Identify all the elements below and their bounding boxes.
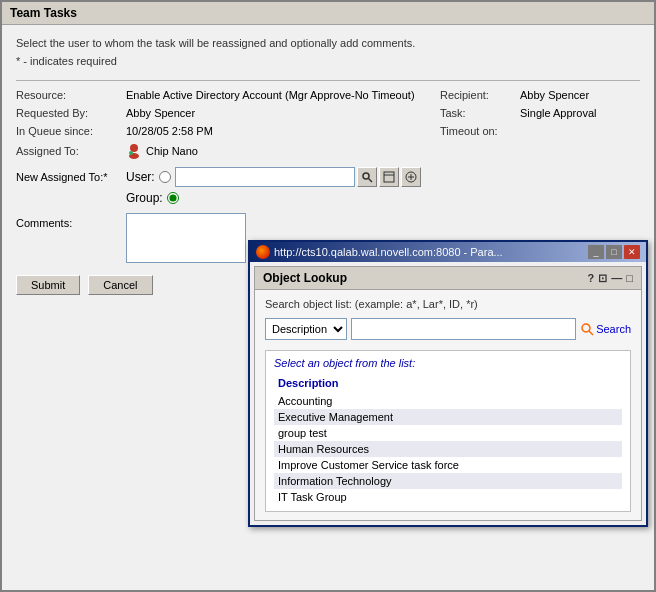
user-radio-label: User:: [126, 170, 155, 184]
user-input-group: [175, 167, 421, 187]
search-btn-label: Search: [596, 323, 631, 335]
search-hint: Search object list: (example: a*, Lar*, …: [265, 298, 631, 310]
new-assigned-label: New Assigned To:*: [16, 167, 126, 183]
avatar-icon: [126, 143, 142, 159]
svg-point-10: [582, 324, 590, 332]
task-value: Single Approval: [520, 107, 640, 119]
result-item[interactable]: Information Technology: [274, 473, 622, 489]
browser-title-left: http://cts10.qalab.wal.novell.com:8080 -…: [256, 245, 503, 259]
object-lookup-titlebar: Object Lookup ? ⊡ — □: [255, 267, 641, 290]
result-item[interactable]: Executive Management: [274, 409, 622, 425]
browser-inner: Object Lookup ? ⊡ — □ Search object list…: [254, 266, 642, 521]
requestedby-row: Requested By: Abby Spencer Task: Single …: [16, 107, 640, 119]
assignedto-value: Chip Nano: [146, 145, 198, 157]
object-lookup-body: Search object list: (example: a*, Lar*, …: [255, 290, 641, 520]
ol-close-btn[interactable]: □: [626, 272, 633, 284]
browser-close-btn[interactable]: ✕: [624, 245, 640, 259]
result-item[interactable]: Improve Customer Service task force: [274, 457, 622, 473]
group-radio-row: Group:: [126, 191, 421, 205]
svg-point-0: [130, 144, 138, 152]
description-dropdown[interactable]: Description ID Name: [265, 318, 347, 340]
timeout-value: [520, 125, 640, 137]
result-item[interactable]: IT Task Group: [274, 489, 622, 505]
ol-help-btn[interactable]: ?: [588, 272, 595, 284]
timeout-label: Timeout on:: [440, 125, 520, 137]
requestedby-label: Requested By:: [16, 107, 126, 119]
intro-line2: * - indicates required: [16, 53, 640, 71]
search-input-field[interactable]: [351, 318, 576, 340]
browser-titlebar: http://cts10.qalab.wal.novell.com:8080 -…: [250, 242, 646, 262]
user-lookup-btn3[interactable]: [401, 167, 421, 187]
submit-button[interactable]: Submit: [16, 275, 80, 295]
inqueue-value: 10/28/05 2:58 PM: [126, 125, 440, 137]
resource-row: Resource: Enable Active Directory Accoun…: [16, 89, 640, 101]
cancel-button[interactable]: Cancel: [88, 275, 152, 295]
object-lookup-title: Object Lookup: [263, 271, 347, 285]
firefox-icon: [256, 245, 270, 259]
group-radio-label: Group:: [126, 191, 163, 205]
intro-line1: Select the user to whom the task will be…: [16, 35, 640, 53]
svg-line-4: [368, 179, 372, 183]
group-radio[interactable]: [167, 192, 179, 204]
search-icon: [580, 322, 594, 336]
svg-point-3: [363, 173, 369, 179]
main-window-titlebar: Team Tasks: [2, 2, 654, 25]
browser-minimize-btn[interactable]: _: [588, 245, 604, 259]
user-group-area: User:: [126, 167, 421, 205]
browser-maximize-btn[interactable]: □: [606, 245, 622, 259]
assignedto-row: Assigned To: Chip Nano: [16, 143, 640, 159]
user-text-input[interactable]: [175, 167, 355, 187]
main-window-title: Team Tasks: [10, 6, 77, 20]
object-lookup-controls: ? ⊡ — □: [588, 272, 633, 285]
task-label: Task:: [440, 107, 520, 119]
results-prompt: Select an object from the list:: [274, 357, 622, 369]
resource-value: Enable Active Directory Account (Mgr App…: [126, 89, 440, 101]
recipient-value: Abby Spencer: [520, 89, 640, 101]
new-assigned-section: New Assigned To:* User:: [16, 167, 640, 205]
svg-point-2: [129, 151, 133, 155]
result-item[interactable]: Human Resources: [274, 441, 622, 457]
resource-label: Resource:: [16, 89, 126, 101]
object-lookup-dialog: Object Lookup ? ⊡ — □ Search object list…: [255, 267, 641, 520]
search-row: Description ID Name Search: [265, 318, 631, 340]
inqueue-label: In Queue since:: [16, 125, 126, 137]
comments-label: Comments:: [16, 213, 126, 229]
ol-restore-btn[interactable]: ⊡: [598, 272, 607, 285]
assignedto-label: Assigned To:: [16, 145, 126, 157]
ol-minimize-btn[interactable]: —: [611, 272, 622, 284]
user-lookup-btn2[interactable]: [379, 167, 399, 187]
user-radio-row: User:: [126, 167, 421, 187]
browser-window: http://cts10.qalab.wal.novell.com:8080 -…: [248, 240, 648, 527]
svg-rect-5: [384, 172, 394, 182]
result-item[interactable]: Accounting: [274, 393, 622, 409]
requestedby-value: Abby Spencer: [126, 107, 440, 119]
browser-title: http://cts10.qalab.wal.novell.com:8080 -…: [274, 246, 503, 258]
svg-line-11: [589, 331, 593, 335]
results-header: Description: [274, 375, 622, 391]
browser-controls: _ □ ✕: [588, 245, 640, 259]
result-item[interactable]: group test: [274, 425, 622, 441]
inqueue-row: In Queue since: 10/28/05 2:58 PM Timeout…: [16, 125, 640, 137]
results-section: Select an object from the list: Descript…: [265, 350, 631, 512]
recipient-label: Recipient:: [440, 89, 520, 101]
comments-textarea[interactable]: [126, 213, 246, 263]
user-lookup-btn1[interactable]: [357, 167, 377, 187]
search-button-link[interactable]: Search: [580, 322, 631, 336]
user-radio[interactable]: [159, 171, 171, 183]
intro-text: Select the user to whom the task will be…: [16, 35, 640, 70]
